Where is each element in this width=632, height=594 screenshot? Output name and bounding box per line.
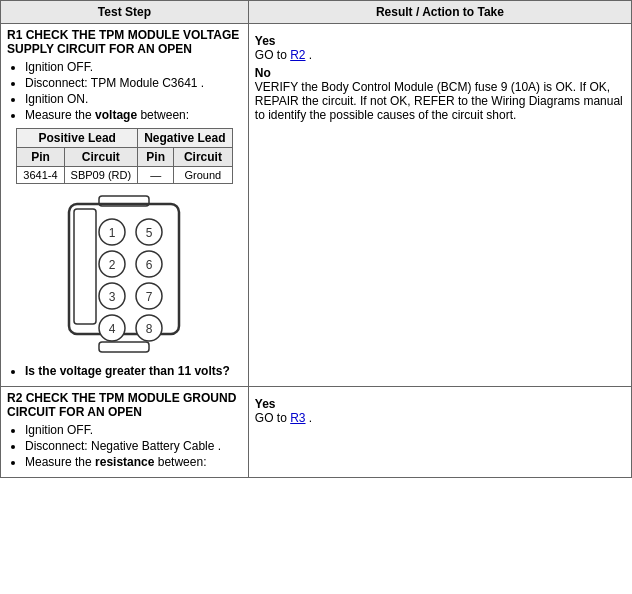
step-2: Disconnect: TPM Module C3641 .	[25, 76, 242, 90]
measurement-subheader-row: Pin Circuit Pin Circuit	[17, 148, 232, 167]
voltage-question-item: Is the voltage greater than 11 volts?	[25, 364, 242, 378]
section-r2-left: R2 CHECK THE TPM MODULE GROUND CIRCUIT F…	[1, 387, 249, 478]
no-label: No	[255, 66, 271, 80]
resistance-bold: resistance	[95, 455, 154, 469]
yes-label: Yes	[255, 34, 276, 48]
header-col1: Test Step	[1, 1, 249, 24]
svg-text:4: 4	[109, 322, 116, 336]
result-yes: Yes GO to R2 .	[255, 34, 625, 62]
r2-step-2: Disconnect: Negative Battery Cable .	[25, 439, 242, 453]
connector-diagram: 1 2 3 4 5 6 7	[7, 194, 242, 354]
yes-action-text: GO to R2 .	[255, 48, 312, 62]
svg-rect-1	[74, 209, 96, 324]
section-r1-steps: Ignition OFF. Disconnect: TPM Module C36…	[25, 60, 242, 122]
result-no: No VERIFY the Body Control Module (BCM) …	[255, 66, 625, 122]
r2-link[interactable]: R2	[290, 48, 305, 62]
pin-value-2: —	[138, 167, 174, 184]
svg-text:8: 8	[146, 322, 153, 336]
r2-yes-action-text: GO to R3 .	[255, 411, 312, 425]
pin-header-2: Pin	[138, 148, 174, 167]
circuit-header-1: Circuit	[64, 148, 138, 167]
r3-link[interactable]: R3	[290, 411, 305, 425]
r2-step-1: Ignition OFF.	[25, 423, 242, 437]
section-r2-row: R2 CHECK THE TPM MODULE GROUND CIRCUIT F…	[1, 387, 632, 478]
voltage-question: Is the voltage greater than 11 volts?	[25, 364, 230, 378]
measurement-header-row: Positive Lead Negative Lead	[17, 129, 232, 148]
measurement-data-row: 3641-4 SBP09 (RD) — Ground	[17, 167, 232, 184]
svg-text:3: 3	[109, 290, 116, 304]
no-action-text: VERIFY the Body Control Module (BCM) fus…	[255, 80, 623, 122]
section-r1-title: R1 CHECK THE TPM MODULE VOLTAGE SUPPLY C…	[7, 28, 242, 56]
circuit-value-1: SBP09 (RD)	[64, 167, 138, 184]
svg-text:7: 7	[146, 290, 153, 304]
r2-result-yes: Yes GO to R3 .	[255, 397, 625, 425]
negative-lead-header: Negative Lead	[138, 129, 232, 148]
pin-value-1: 3641-4	[17, 167, 64, 184]
positive-lead-header: Positive Lead	[17, 129, 138, 148]
r2-step-3: Measure the resistance between:	[25, 455, 242, 469]
pin-header-1: Pin	[17, 148, 64, 167]
step-3: Ignition ON.	[25, 92, 242, 106]
section-r1-row: R1 CHECK THE TPM MODULE VOLTAGE SUPPLY C…	[1, 24, 632, 387]
section-r2-title: R2 CHECK THE TPM MODULE GROUND CIRCUIT F…	[7, 391, 242, 419]
main-table: Test Step Result / Action to Take R1 CHE…	[0, 0, 632, 478]
svg-rect-19	[99, 342, 149, 352]
section-r2-right: Yes GO to R3 .	[248, 387, 631, 478]
circuit-value-2: Ground	[174, 167, 232, 184]
circuit-header-2: Circuit	[174, 148, 232, 167]
section-r1-left: R1 CHECK THE TPM MODULE VOLTAGE SUPPLY C…	[1, 24, 249, 387]
svg-text:1: 1	[109, 226, 116, 240]
step-1: Ignition OFF.	[25, 60, 242, 74]
voltage-bold: voltage	[95, 108, 137, 122]
section-r2-steps: Ignition OFF. Disconnect: Negative Batte…	[25, 423, 242, 469]
r2-yes-label: Yes	[255, 397, 276, 411]
measurement-table: Positive Lead Negative Lead Pin Circuit …	[16, 128, 232, 184]
svg-text:6: 6	[146, 258, 153, 272]
connector-svg: 1 2 3 4 5 6 7	[54, 194, 194, 354]
step-4: Measure the voltage between:	[25, 108, 242, 122]
svg-text:5: 5	[146, 226, 153, 240]
voltage-question-list: Is the voltage greater than 11 volts?	[25, 364, 242, 378]
header-col2: Result / Action to Take	[248, 1, 631, 24]
section-r1-right: Yes GO to R2 . No VERIFY the Body Contro…	[248, 24, 631, 387]
svg-text:2: 2	[109, 258, 116, 272]
